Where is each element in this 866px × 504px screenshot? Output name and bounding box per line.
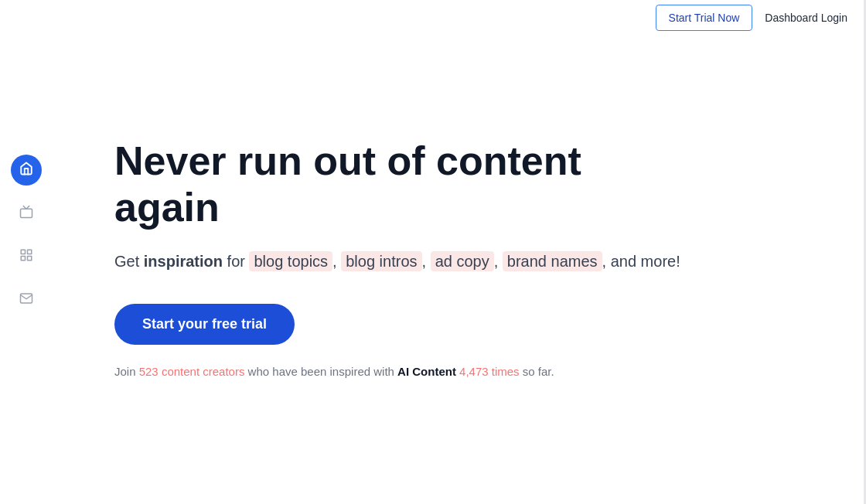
sidebar: [0, 0, 53, 504]
start-trial-button[interactable]: Start Trial Now: [656, 5, 753, 31]
tag-brand-names: brand names: [503, 251, 602, 271]
sidebar-item-broadcast[interactable]: [11, 198, 42, 229]
svg-rect-2: [28, 250, 32, 254]
tag-ad-copy: ad copy: [431, 251, 494, 271]
sidebar-item-grid[interactable]: [11, 241, 42, 272]
tag-blog-intros: blog intros: [341, 251, 421, 271]
social-proof-suffix: so far.: [520, 365, 554, 378]
svg-rect-3: [28, 257, 32, 261]
comma2: ,: [422, 253, 431, 270]
free-trial-cta-button[interactable]: Start your free trial: [114, 304, 295, 345]
main-content: Never run out of content again Get inspi…: [53, 0, 866, 504]
comma3: ,: [494, 253, 503, 270]
broadcast-icon: [19, 205, 33, 222]
creators-count: 523 content creators: [139, 365, 245, 378]
times-count: 4,473 times: [459, 365, 520, 378]
subtext-mid: for: [223, 253, 249, 270]
brand-name: AI Content: [397, 365, 456, 378]
subtext-suffix: , and more!: [602, 253, 680, 270]
sidebar-item-mail[interactable]: [11, 284, 42, 315]
home-icon: [19, 162, 33, 179]
dashboard-login-button[interactable]: Dashboard Login: [752, 5, 860, 30]
subtext-prefix: Get: [114, 253, 144, 270]
sidebar-item-home[interactable]: [11, 155, 42, 186]
social-proof-prefix: Join: [114, 365, 139, 378]
hero-subtext: Get inspiration for blog topics, blog in…: [114, 250, 804, 273]
cta-section: Start your free trial: [114, 304, 804, 363]
comma1: ,: [332, 253, 341, 270]
tag-blog-topics: blog topics: [249, 251, 332, 271]
top-nav: Start Trial Now Dashboard Login: [650, 0, 866, 36]
svg-rect-0: [21, 209, 32, 217]
mail-icon: [19, 291, 33, 308]
grid-icon: [19, 248, 33, 265]
svg-rect-4: [21, 257, 25, 261]
hero-headline: Never run out of content again: [114, 138, 656, 231]
social-proof-mid: who have been inspired with: [244, 365, 397, 378]
social-proof-text: Join 523 content creators who have been …: [114, 363, 804, 381]
subtext-bold: inspiration: [144, 253, 223, 270]
svg-rect-1: [21, 250, 25, 254]
